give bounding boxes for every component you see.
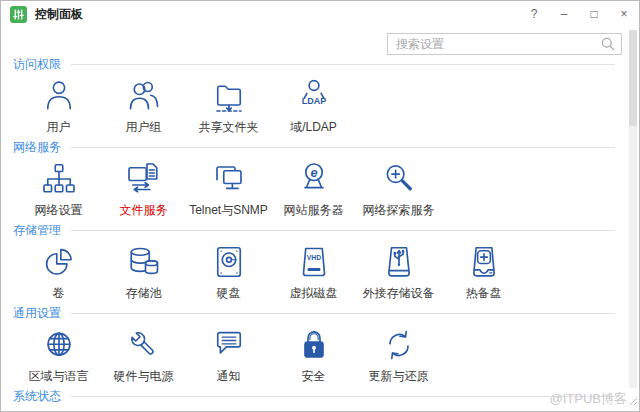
content-area: 访问权限 用户 用户组 共享文件夹 <box>1 27 639 411</box>
cp-item-security[interactable]: 安全 <box>271 326 356 383</box>
svg-text:VHD: VHD <box>306 254 320 261</box>
update-restore-icon <box>381 326 417 364</box>
cp-item-virtual-disk[interactable]: VHD 虚拟磁盘 <box>271 243 356 300</box>
vertical-scrollbar[interactable] <box>629 30 637 388</box>
network-settings-icon <box>41 160 77 198</box>
cp-item-user-group[interactable]: 用户组 <box>101 77 186 134</box>
section-header: 存储管理 <box>11 223 615 237</box>
cp-item-hard-disk[interactable]: 硬盘 <box>186 243 271 300</box>
help-button[interactable]: ? <box>519 1 549 27</box>
notification-icon <box>211 326 247 364</box>
close-button[interactable]: × <box>609 1 639 27</box>
item-label: 热备盘 <box>466 286 502 300</box>
item-label: 网络探索服务 <box>363 203 435 217</box>
item-label: 虚拟磁盘 <box>290 286 338 300</box>
cp-item-domain-ldap[interactable]: LDAP 域/LDAP <box>271 77 356 134</box>
shared-folder-icon <box>211 77 247 115</box>
item-label: 用户组 <box>126 120 162 134</box>
svg-text:e: e <box>310 165 317 180</box>
item-label: 通知 <box>217 369 241 383</box>
section-title: 访问权限 <box>13 57 61 73</box>
window-title: 控制面板 <box>35 6 83 23</box>
item-label: 区域与语言 <box>29 369 89 383</box>
section-header: 通用设置 <box>11 306 615 320</box>
cp-item-notification[interactable]: 通知 <box>186 326 271 383</box>
item-label: 网站服务器 <box>284 203 344 217</box>
item-label: 域/LDAP <box>290 120 337 134</box>
item-label: 硬盘 <box>217 286 241 300</box>
maximize-button[interactable]: □ <box>579 1 609 27</box>
security-icon <box>296 326 332 364</box>
hard-disk-icon <box>211 243 247 281</box>
cp-item-user[interactable]: 用户 <box>16 77 101 134</box>
scrollbar-thumb[interactable] <box>629 30 637 126</box>
file-services-icon <box>126 160 162 198</box>
item-label: 用户 <box>47 120 71 134</box>
cp-item-web-server[interactable]: e 网站服务器 <box>271 160 356 217</box>
section-divider <box>71 396 615 397</box>
search-box[interactable] <box>387 33 622 55</box>
cp-item-network-settings[interactable]: 网络设置 <box>16 160 101 217</box>
hot-spare-icon <box>466 243 502 281</box>
section-header: 系统状态 <box>11 389 615 403</box>
item-label: 共享文件夹 <box>199 120 259 134</box>
search-input[interactable] <box>388 37 600 51</box>
section-title: 通用设置 <box>13 306 61 322</box>
cp-item-external-storage[interactable]: 外接存储设备 <box>356 243 441 300</box>
minimize-button[interactable]: – <box>549 1 579 27</box>
section-header: 访问权限 <box>11 57 615 71</box>
cp-item-hot-spare[interactable]: 热备盘 <box>441 243 526 300</box>
hardware-power-icon <box>126 326 162 364</box>
control-panel-window: 控制面板 ? – □ × 访问权限 <box>0 0 640 412</box>
section-divider <box>71 64 615 65</box>
cp-item-volume[interactable]: 卷 <box>16 243 101 300</box>
cp-item-update-restore[interactable]: 更新与还原 <box>356 326 441 383</box>
items-row: 卷 存储池 硬盘 VHD 虚拟磁盘 <box>11 243 615 300</box>
cp-item-shared-folder[interactable]: 共享文件夹 <box>186 77 271 134</box>
search-icon[interactable] <box>600 36 616 52</box>
window-controls: ? – □ × <box>519 1 639 27</box>
section-divider <box>71 230 615 231</box>
cp-item-region-language[interactable]: 区域与语言 <box>16 326 101 383</box>
item-label: 更新与还原 <box>369 369 429 383</box>
control-panel-app-icon <box>10 6 27 23</box>
section-access-rights: 访问权限 用户 用户组 共享文件夹 <box>11 57 615 140</box>
item-label: 文件服务 <box>120 203 168 217</box>
section-divider <box>71 147 615 148</box>
svg-text:LDAP: LDAP <box>301 96 326 106</box>
section-system-status: 系统状态 <box>11 389 615 412</box>
cp-item-storage-pool[interactable]: 存储池 <box>101 243 186 300</box>
section-title: 网络服务 <box>13 140 61 156</box>
external-storage-icon <box>381 243 417 281</box>
title-bar: 控制面板 ? – □ × <box>1 1 639 27</box>
item-label: Telnet与SNMP <box>189 203 268 217</box>
cp-item-network-discovery[interactable]: 网络探索服务 <box>356 160 441 217</box>
telnet-snmp-icon <box>211 160 247 198</box>
item-label: 硬件与电源 <box>114 369 174 383</box>
section-general-settings: 通用设置 区域与语言 硬件与电源 通知 <box>11 306 615 389</box>
resize-grip-icon[interactable] <box>628 392 638 410</box>
items-row: 区域与语言 硬件与电源 通知 安全 <box>11 326 615 383</box>
storage-pool-icon <box>126 243 162 281</box>
cp-item-telnet-snmp[interactable]: Telnet与SNMP <box>186 160 271 217</box>
section-title: 存储管理 <box>13 223 61 239</box>
item-label: 存储池 <box>126 286 162 300</box>
watermark-text: @ITPUB博客 <box>550 390 627 408</box>
section-header: 网络服务 <box>11 140 615 154</box>
item-label: 卷 <box>53 286 65 300</box>
section-divider <box>71 313 615 314</box>
item-label: 网络设置 <box>35 203 83 217</box>
network-discovery-icon <box>381 160 417 198</box>
item-label: 外接存储设备 <box>363 286 435 300</box>
virtual-disk-icon: VHD <box>296 243 332 281</box>
domain-ldap-icon: LDAP <box>296 77 332 115</box>
section-storage-management: 存储管理 卷 存储池 硬盘 <box>11 223 615 306</box>
web-server-icon: e <box>296 160 332 198</box>
user-icon <box>41 77 77 115</box>
cp-item-file-services[interactable]: 文件服务 <box>101 160 186 217</box>
item-label: 安全 <box>302 369 326 383</box>
cp-item-hardware-power[interactable]: 硬件与电源 <box>101 326 186 383</box>
items-row: 网络设置 文件服务 Telnet与SNMP e 网站服务器 <box>11 160 615 217</box>
section-network-services: 网络服务 网络设置 文件服务 Telnet与SNMP <box>11 140 615 223</box>
sections-list: 访问权限 用户 用户组 共享文件夹 <box>1 27 639 412</box>
